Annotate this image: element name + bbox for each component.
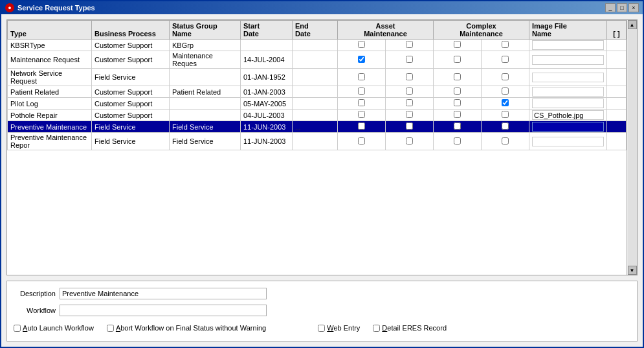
cell-asset2[interactable]: [385, 86, 433, 98]
table-row[interactable]: Maintenance RequestCustomer SupportMaint…: [8, 51, 627, 69]
scrollbar-track[interactable]: [628, 29, 637, 266]
abort-workflow-checkbox-label[interactable]: Abort Workflow on Final Status without W…: [107, 324, 266, 332]
cell-asset2[interactable]: [385, 121, 433, 133]
cell-image[interactable]: [529, 51, 607, 69]
image-input[interactable]: [532, 122, 604, 132]
complex1-checkbox[interactable]: [454, 56, 461, 63]
table-wrapper[interactable]: Type Business Process Status GroupName S…: [7, 20, 627, 275]
cell-complex2[interactable]: [481, 121, 529, 133]
abort-workflow-checkbox[interactable]: [107, 325, 114, 332]
cell-complex2[interactable]: [481, 110, 529, 121]
table-row[interactable]: Patient RelatedCustomer SupportPatient R…: [8, 86, 627, 98]
cell-complex2[interactable]: [481, 133, 529, 150]
image-input[interactable]: [532, 87, 604, 97]
complex1-checkbox[interactable]: [454, 122, 461, 130]
asset2-checkbox[interactable]: [406, 41, 413, 48]
cell-asset1[interactable]: [338, 110, 386, 121]
complex1-checkbox[interactable]: [454, 73, 461, 80]
detail-eres-checkbox-label[interactable]: Detail ERES Record: [373, 324, 447, 332]
cell-asset2[interactable]: [385, 133, 433, 150]
asset2-checkbox[interactable]: [406, 99, 413, 106]
maximize-button[interactable]: □: [617, 3, 627, 12]
minimize-button[interactable]: _: [605, 3, 616, 12]
cell-asset2[interactable]: [385, 110, 433, 121]
cell-asset2[interactable]: [385, 69, 433, 86]
cell-asset2[interactable]: [385, 51, 433, 69]
cell-complex1[interactable]: [433, 98, 481, 110]
cell-asset1[interactable]: [338, 69, 386, 86]
table-row[interactable]: KBSRTypeCustomer SupportKBGrp: [8, 40, 627, 51]
cell-complex1[interactable]: [433, 69, 481, 86]
asset2-checkbox[interactable]: [406, 137, 413, 145]
table-row[interactable]: Preventive Maintenance ReporField Servic…: [8, 133, 627, 150]
cell-image[interactable]: [529, 110, 607, 121]
complex2-checkbox[interactable]: [502, 137, 509, 145]
cell-asset2[interactable]: [385, 98, 433, 110]
asset1-checkbox[interactable]: [358, 99, 365, 106]
asset1-checkbox[interactable]: [358, 87, 365, 95]
cell-image[interactable]: [529, 40, 607, 51]
cell-complex1[interactable]: [433, 121, 481, 133]
image-input[interactable]: [532, 99, 604, 108]
scrollbar-up[interactable]: ▲: [628, 20, 637, 29]
image-input[interactable]: [532, 40, 604, 50]
asset1-checkbox[interactable]: [358, 73, 365, 80]
table-row[interactable]: Network Service RequestField Service01-J…: [8, 69, 627, 86]
table-row[interactable]: Pothole RepairCustomer Support04-JUL-200…: [8, 110, 627, 121]
cell-complex1[interactable]: [433, 86, 481, 98]
complex2-checkbox[interactable]: [502, 87, 509, 95]
cell-complex2[interactable]: [481, 51, 529, 69]
cell-complex2[interactable]: [481, 69, 529, 86]
complex2-checkbox[interactable]: [502, 99, 509, 106]
complex1-checkbox[interactable]: [454, 137, 461, 145]
web-entry-checkbox[interactable]: [318, 325, 325, 332]
cell-asset1[interactable]: [338, 121, 386, 133]
cell-complex1[interactable]: [433, 110, 481, 121]
complex2-checkbox[interactable]: [502, 73, 509, 80]
asset2-checkbox[interactable]: [406, 56, 413, 63]
cell-complex1[interactable]: [433, 40, 481, 51]
asset2-checkbox[interactable]: [406, 87, 413, 95]
cell-asset1[interactable]: [338, 86, 386, 98]
cell-complex1[interactable]: [433, 133, 481, 150]
image-input[interactable]: [532, 137, 604, 146]
web-entry-checkbox-label[interactable]: Web Entry: [318, 324, 360, 332]
cell-image[interactable]: [529, 69, 607, 86]
complex2-checkbox[interactable]: [502, 122, 509, 130]
auto-launch-checkbox-label[interactable]: Auto Launch Workflow: [14, 324, 94, 332]
workflow-input[interactable]: [60, 305, 267, 316]
asset2-checkbox[interactable]: [406, 111, 413, 118]
cell-complex1[interactable]: [433, 51, 481, 69]
asset2-checkbox[interactable]: [406, 73, 413, 80]
complex1-checkbox[interactable]: [454, 99, 461, 106]
asset1-checkbox[interactable]: [358, 111, 365, 118]
cell-complex2[interactable]: [481, 98, 529, 110]
cell-asset1[interactable]: [338, 40, 386, 51]
cell-image[interactable]: [529, 98, 607, 110]
asset1-checkbox[interactable]: [358, 41, 365, 48]
cell-complex2[interactable]: [481, 40, 529, 51]
asset1-checkbox[interactable]: [358, 137, 365, 145]
complex1-checkbox[interactable]: [454, 41, 461, 48]
description-input[interactable]: [60, 288, 267, 299]
complex2-checkbox[interactable]: [502, 41, 509, 48]
asset2-checkbox[interactable]: [406, 122, 413, 130]
cell-image[interactable]: [529, 133, 607, 150]
complex2-checkbox[interactable]: [502, 111, 509, 118]
image-input[interactable]: [532, 110, 604, 120]
complex1-checkbox[interactable]: [454, 87, 461, 95]
cell-complex2[interactable]: [481, 86, 529, 98]
image-input[interactable]: [532, 55, 604, 65]
auto-launch-checkbox[interactable]: [14, 325, 21, 332]
cell-image[interactable]: [529, 121, 607, 133]
cell-asset1[interactable]: [338, 133, 386, 150]
cell-asset2[interactable]: [385, 40, 433, 51]
table-row[interactable]: Pilot LogCustomer Support05-MAY-2005: [8, 98, 627, 110]
table-row[interactable]: Preventive MaintenanceField ServiceField…: [8, 121, 627, 133]
scrollbar-down[interactable]: ▼: [628, 266, 637, 275]
cell-image[interactable]: [529, 86, 607, 98]
detail-eres-checkbox[interactable]: [373, 325, 380, 332]
asset1-checkbox[interactable]: [358, 56, 365, 63]
image-input[interactable]: [532, 73, 604, 82]
complex1-checkbox[interactable]: [454, 111, 461, 118]
